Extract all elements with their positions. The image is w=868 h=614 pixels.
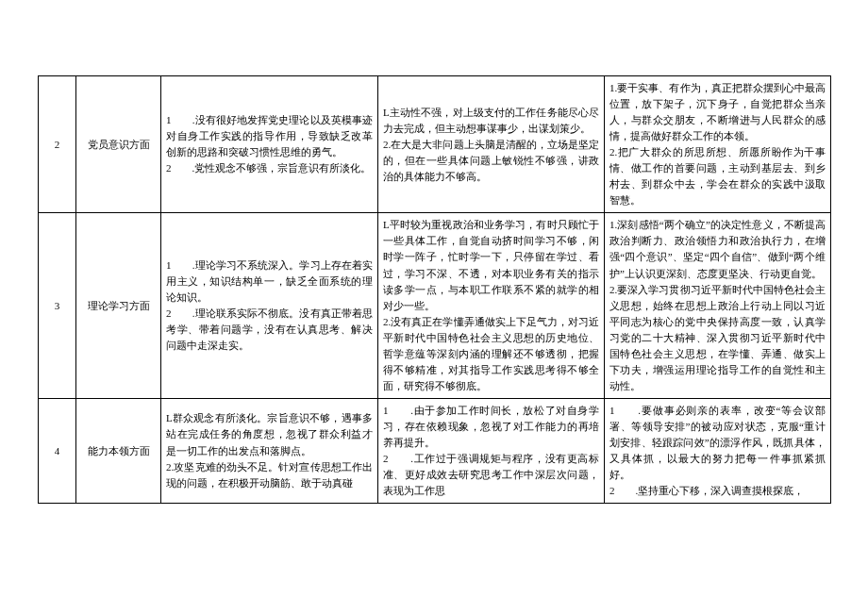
row-col4: L主动性不强，对上级支付的工作任务能尽心尽力去完成，但主动想事谋事少，出谋划策少… xyxy=(378,76,605,213)
row-category: 能力本领方面 xyxy=(76,398,161,503)
row-category: 党员意识方面 xyxy=(76,76,161,213)
row-col5: 1 .要做事必则亲的表率，改变“等会议部署、等领导安排”的被动应对状态，克服“重… xyxy=(605,398,831,503)
table-row: 2党员意识方面1 .没有很好地发挥党史理论以及英模事迹对自身工作实践的指导作用，… xyxy=(39,76,831,213)
row-category: 理论学习方面 xyxy=(76,213,161,399)
table-row: 4能力本领方面L群众观念有所淡化。宗旨意识不够，遇事多站在完成任务的角度想，忽视… xyxy=(39,398,831,503)
row-number: 2 xyxy=(39,76,76,213)
row-col3: L群众观念有所淡化。宗旨意识不够，遇事多站在完成任务的角度想，忽视了群众利益才是… xyxy=(161,398,378,503)
row-col5: 1.深刻感悟“两个确立”的决定性意义，不断提高政治判断力、政治领悟力和政治执行力… xyxy=(605,213,831,399)
row-col4: L平时较为重视政治和业务学习，有时只顾忙于一些具体工作，自觉自动挤时间学习不够，… xyxy=(378,213,605,399)
row-col4: 1 .由于参加工作时间长，放松了对自身学习，存在依赖现象，忽视了对工作能力的再培… xyxy=(378,398,605,503)
row-col3: 1 .理论学习不系统深入。学习上存在着实用主义，知识结构单一，缺乏全面系统的理论… xyxy=(161,213,378,399)
row-col5: 1.要干实事、有作为，真正把群众摆到心中最高位置，放下架子，沉下身子，自觉把群众… xyxy=(605,76,831,213)
row-number: 3 xyxy=(39,213,76,399)
row-col3: 1 .没有很好地发挥党史理论以及英模事迹对自身工作实践的指导作用，导致缺乏改革创… xyxy=(161,76,378,213)
table-row: 3理论学习方面1 .理论学习不系统深入。学习上存在着实用主义，知识结构单一，缺乏… xyxy=(39,213,831,399)
document-table: 2党员意识方面1 .没有很好地发挥党史理论以及英模事迹对自身工作实践的指导作用，… xyxy=(38,75,831,504)
row-number: 4 xyxy=(39,398,76,503)
